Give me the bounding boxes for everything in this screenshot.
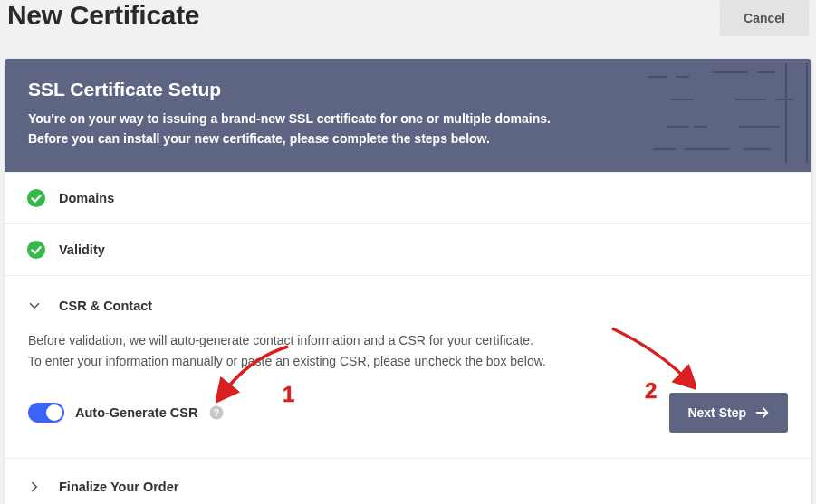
step-finalize[interactable]: Finalize Your Order <box>5 458 811 504</box>
step-validity-label: Validity <box>59 242 105 257</box>
step-csr-label: CSR & Contact <box>59 299 152 313</box>
next-step-label: Next Step <box>687 405 746 420</box>
banner-line2: Before you can install your new certific… <box>28 131 490 146</box>
setup-card: SSL Certificate Setup You're on your way… <box>4 58 812 504</box>
check-circle-icon <box>26 240 46 260</box>
chevron-down-icon <box>26 298 43 314</box>
svg-text:?: ? <box>214 407 219 418</box>
cancel-button[interactable]: Cancel <box>720 0 809 36</box>
chevron-right-icon <box>26 479 43 495</box>
arrow-right-icon <box>755 406 770 419</box>
svg-point-1 <box>27 241 45 259</box>
csr-body: Before validation, we will auto-generate… <box>5 330 811 458</box>
banner: SSL Certificate Setup You're on your way… <box>5 59 811 172</box>
step-domains[interactable]: Domains <box>5 172 811 223</box>
csr-description: Before validation, we will auto-generate… <box>28 330 788 371</box>
page-title: New Certificate <box>7 0 199 31</box>
step-csr-header[interactable]: CSR & Contact <box>5 275 811 330</box>
csr-desc-line1: Before validation, we will auto-generate… <box>28 333 533 347</box>
banner-line1: You're on your way to issuing a brand-ne… <box>28 111 551 126</box>
banner-decoration <box>639 59 811 167</box>
next-step-button[interactable]: Next Step <box>669 393 788 433</box>
step-domains-label: Domains <box>59 191 114 205</box>
csr-desc-line2: To enter your information manually or pa… <box>28 354 546 368</box>
step-finalize-label: Finalize Your Order <box>59 480 178 494</box>
auto-generate-csr-toggle[interactable] <box>28 403 64 423</box>
help-icon[interactable]: ? <box>208 404 225 421</box>
auto-generate-csr-label: Auto-Generate CSR <box>75 405 197 420</box>
check-circle-icon <box>26 188 46 208</box>
svg-point-0 <box>27 189 45 207</box>
step-validity[interactable]: Validity <box>5 223 811 275</box>
